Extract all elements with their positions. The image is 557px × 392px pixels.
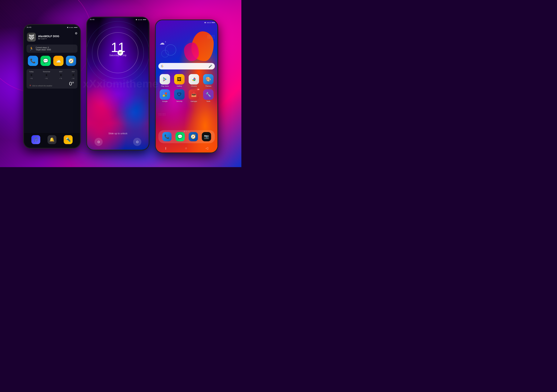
- weather-day3: 6/07 ☀ / °C: [59, 71, 63, 79]
- lockscreen-icons: ⊙ ⊙: [91, 138, 145, 146]
- cloud-widget[interactable]: ☁+: [159, 40, 166, 46]
- nav-back[interactable]: ◁: [205, 146, 208, 150]
- steps-icon: 🏃: [29, 46, 34, 51]
- status-bar-center: Jio 4G ▣ ▲▲▲ ▰▰▰: [87, 17, 149, 22]
- gallery-label: Gallery: [177, 85, 182, 87]
- app-item-themes[interactable]: 🎨 Themes: [202, 74, 215, 87]
- app-item-chrome[interactable]: Chrome: [187, 74, 200, 87]
- home-circle-deco-2: [161, 50, 169, 57]
- svg-point-7: [193, 79, 195, 80]
- phone-left-content: Jio 4G ▣ ▲▲▲ ▰▰▰ ⚙ 🐺 AlexWOLF DOG Be Coo…: [24, 25, 80, 148]
- status-bar-right: ▣ ▲▲▲ ▰▰▰: [156, 20, 217, 23]
- playstore-icon[interactable]: [160, 74, 170, 84]
- status-icons-left: ▣ ▲▲▲ ▰▰▰: [67, 26, 77, 28]
- dock-compass-icon[interactable]: 🧭: [189, 132, 198, 141]
- clock-area: 07 11 Saturday, 4 July: [87, 40, 149, 57]
- weather-refresh[interactable]: 📍 Click to refresh the weather: [29, 85, 52, 87]
- app-item-gallery[interactable]: 🖼 Gallery: [173, 74, 186, 87]
- slide-unlock-text[interactable]: Slide up to unlock: [91, 132, 145, 135]
- app-item-tools[interactable]: 🔧 Tools: [202, 89, 215, 102]
- dock-flashlight-icon[interactable]: 🔦: [64, 135, 73, 144]
- sim-icon-r: ▣: [205, 22, 206, 23]
- getapps-icon[interactable]: 📥 20: [189, 89, 199, 100]
- battery-icon-c: ▰▰▰: [143, 19, 146, 20]
- quick-apps: 📞 💬 ⛅ 🧭: [24, 53, 80, 69]
- sim-icon: ▣: [67, 26, 68, 28]
- profile-info: AlexWOLF DOG Be Cool !!!: [38, 34, 59, 40]
- app-messages-icon[interactable]: 💬: [41, 56, 51, 66]
- google-g-icon: G: [161, 65, 163, 68]
- chrome-label: Chrome: [191, 85, 197, 87]
- tools-label: Tools: [206, 100, 210, 102]
- bottom-dock-left: 🎵 🔔 🔦: [24, 133, 80, 148]
- security-label: Security: [176, 100, 182, 102]
- back-camera-icon[interactable]: ⊙: [133, 138, 141, 146]
- app-item-security[interactable]: 🛡 Security: [173, 89, 186, 102]
- security-icon[interactable]: 🛡: [174, 89, 185, 100]
- gallery-icon[interactable]: 🖼: [174, 74, 185, 84]
- phones-container: Jio 4G ▣ ▲▲▲ ▰▰▰ ⚙ 🐺 AlexWOLF DOG Be Coo…: [0, 0, 241, 167]
- getapps-emoji: 📥: [191, 92, 197, 97]
- svg-marker-2: [165, 78, 166, 80]
- weather-day4: 7/07 ☀ / °C: [72, 71, 75, 79]
- status-icons-center: ▣ ▲▲▲ ▰▰▰: [136, 19, 146, 20]
- weather-tomorrow: Tomorrow ☀ / °C: [43, 71, 50, 79]
- battery-icon: ▰▰▰: [74, 26, 77, 28]
- app-item-getapps[interactable]: 📥 20 GetApps: [187, 89, 200, 102]
- getapps-label: GetApps: [190, 100, 197, 102]
- nav-home[interactable]: ○: [185, 146, 187, 150]
- sim-icon-c: ▣: [136, 19, 137, 20]
- google-search-bar[interactable]: G 🎤: [158, 63, 215, 69]
- themes-label: Themes: [205, 85, 212, 87]
- temperature-display: 0°: [69, 81, 75, 87]
- settings-icon[interactable]: ⚙: [75, 32, 77, 35]
- phone-center: Jio 4G ▣ ▲▲▲ ▰▰▰ 07 11 Saturday, 4 July …: [86, 17, 149, 150]
- profile-section: 🐺 AlexWOLF DOG Be Cool !!!: [24, 29, 80, 45]
- profile-subtitle: Be Cool !!!: [38, 38, 59, 40]
- steps-widget: 🏃 Current steps: 0 Target steps: 5000: [26, 45, 77, 53]
- dock-camera-icon[interactable]: 📷: [202, 132, 211, 141]
- microphone-icon[interactable]: 🎤: [208, 65, 212, 68]
- nav-recents[interactable]: ⫿: [165, 146, 167, 150]
- front-camera-icon[interactable]: ⊙: [95, 138, 103, 146]
- steps-text: Current steps: 0 Target steps: 5000: [36, 47, 51, 51]
- dock-bell-icon[interactable]: 🔔: [48, 135, 57, 144]
- weather-bottom: 📍 Click to refresh the weather 0°: [29, 81, 75, 87]
- phone-right-content: ☁+ ▣ ▲▲▲ ▰▰▰ G 🎤: [156, 20, 217, 152]
- dots-pattern-top: [208, 35, 214, 38]
- dock-messages-icon[interactable]: 💬: [175, 132, 185, 141]
- lockscreen-bottom: Slide up to unlock ⊙ ⊙: [87, 128, 149, 150]
- app-phone-icon[interactable]: 📞: [28, 56, 38, 66]
- phone-right: ☁+ ▣ ▲▲▲ ▰▰▰ G 🎤: [155, 19, 218, 153]
- dots-pattern-bottom: [159, 114, 165, 115]
- target-steps-label: Target steps: 5000: [36, 49, 51, 51]
- app-browser-icon[interactable]: 🧭: [66, 56, 76, 66]
- dock-phone-icon[interactable]: 📞: [162, 132, 172, 141]
- dock-music-icon[interactable]: 🎵: [31, 135, 40, 144]
- getapps-badge: 20: [197, 89, 200, 90]
- app-item-google[interactable]: Google: [158, 89, 171, 102]
- themes-icon[interactable]: 🎨: [203, 74, 213, 84]
- playstore-label: Play Store: [161, 85, 169, 87]
- home-nav-bar: ⫿ ○ ◁: [156, 146, 217, 150]
- status-bar-left: Jio 4G ▣ ▲▲▲ ▰▰▰: [24, 25, 80, 29]
- clock-badge: 07: [117, 50, 123, 56]
- google-folder-icon[interactable]: [160, 89, 170, 100]
- chrome-icon[interactable]: [189, 74, 199, 84]
- google-label: Google: [162, 100, 167, 102]
- app-item-playstore[interactable]: Play Store: [158, 74, 171, 87]
- weather-today: Today ☀ / °C: [29, 71, 34, 79]
- weather-days: Today ☀ / °C Tomorrow ☀ / °C 6/07 ☀ / °C: [29, 71, 75, 79]
- wolf-icon: 🐺: [28, 34, 35, 40]
- signal-icon-r: ▲▲▲: [206, 22, 211, 23]
- status-icons-right: ▣ ▲▲▲ ▰▰▰: [205, 22, 215, 23]
- weather-widget: Today ☀ / °C Tomorrow ☀ / °C 6/07 ☀ / °C: [26, 69, 77, 89]
- app-weather-icon[interactable]: ⛅: [53, 56, 64, 66]
- current-steps-label: Current steps: 0: [36, 47, 51, 49]
- tools-icon[interactable]: 🔧: [203, 89, 213, 100]
- signal-icon: ▲▲▲: [69, 26, 74, 28]
- home-bottom-dock: 📞 💬 🧭 📷: [158, 130, 215, 143]
- avatar: 🐺: [27, 33, 36, 41]
- carrier-left: Jio 4G: [26, 26, 31, 28]
- signal-icon-c: ▲▲▲: [138, 19, 142, 20]
